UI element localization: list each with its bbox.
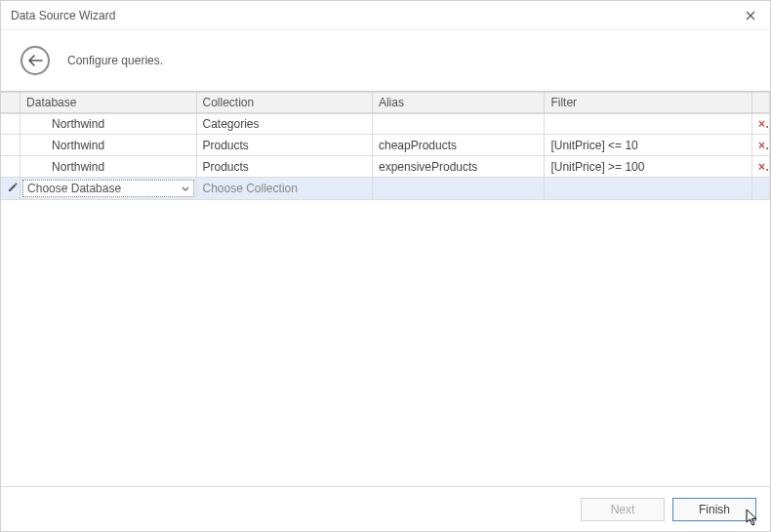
- collection-placeholder: Choose Collection: [203, 182, 298, 195]
- header-filter[interactable]: Filter: [545, 92, 752, 113]
- finish-button[interactable]: Finish: [672, 498, 756, 521]
- header-database[interactable]: Database: [20, 92, 196, 113]
- cell-filter[interactable]: [545, 178, 752, 200]
- cell-collection[interactable]: Products: [197, 135, 373, 156]
- cell-alias[interactable]: [373, 178, 545, 200]
- cell-filter[interactable]: [UnitPrice] >= 100: [545, 156, 752, 178]
- delete-row-cell: [752, 178, 770, 200]
- close-icon: [746, 11, 755, 20]
- database-dropdown[interactable]: Choose Database: [22, 180, 193, 197]
- header-action: [1, 92, 20, 113]
- cell-collection[interactable]: Categories: [197, 113, 373, 135]
- wizard-window: Data Source Wizard Configure queries. Da…: [0, 0, 771, 532]
- delete-row-button[interactable]: ×: [752, 135, 770, 156]
- row-action-cell: [1, 135, 20, 156]
- cell-collection[interactable]: Choose Collection: [197, 178, 373, 200]
- cell-alias[interactable]: expensiveProducts: [373, 156, 545, 178]
- row-action-cell: [1, 113, 20, 135]
- cell-database[interactable]: Northwind: [20, 156, 196, 178]
- header-delete: [752, 92, 770, 113]
- pencil-icon: [7, 182, 19, 193]
- window-title: Data Source Wizard: [11, 9, 115, 22]
- row-action-cell: [1, 156, 20, 178]
- page-subtitle: Configure queries.: [67, 54, 163, 67]
- cell-filter[interactable]: [545, 113, 752, 135]
- table-row[interactable]: Northwind Products cheapProducts [UnitPr…: [1, 135, 770, 156]
- cell-collection[interactable]: Products: [197, 156, 373, 178]
- cursor-icon: [746, 509, 759, 526]
- cell-alias[interactable]: cheapProducts: [373, 135, 545, 156]
- close-button[interactable]: [731, 1, 770, 30]
- titlebar: Data Source Wizard: [1, 1, 770, 30]
- new-row[interactable]: Choose Database Choose Collection: [1, 178, 770, 200]
- database-placeholder: Choose Database: [27, 182, 121, 195]
- back-button[interactable]: [20, 46, 50, 75]
- delete-row-button[interactable]: ×: [752, 156, 770, 178]
- arrow-left-icon: [27, 55, 43, 66]
- cell-database[interactable]: Northwind: [20, 113, 196, 135]
- queries-table: Database Collection Alias Filter Northwi…: [1, 92, 770, 200]
- header-bar: Configure queries.: [1, 30, 770, 91]
- table-row[interactable]: Northwind Products expensiveProducts [Un…: [1, 156, 770, 178]
- cell-alias[interactable]: [373, 113, 545, 135]
- grid-area: Database Collection Alias Filter Northwi…: [1, 91, 770, 486]
- header-collection[interactable]: Collection: [197, 92, 373, 113]
- edit-indicator-cell: [1, 178, 20, 200]
- next-button: Next: [581, 498, 665, 521]
- chevron-down-icon: [182, 182, 189, 195]
- table-row[interactable]: Northwind Categories ×: [1, 113, 770, 135]
- delete-row-button[interactable]: ×: [752, 113, 770, 135]
- cell-database[interactable]: Northwind: [20, 135, 196, 156]
- header-alias[interactable]: Alias: [373, 92, 545, 113]
- footer-bar: Next Finish: [1, 486, 770, 531]
- cell-filter[interactable]: [UnitPrice] <= 10: [545, 135, 752, 156]
- header-row: Database Collection Alias Filter: [1, 92, 770, 113]
- cell-database[interactable]: Choose Database: [20, 178, 196, 200]
